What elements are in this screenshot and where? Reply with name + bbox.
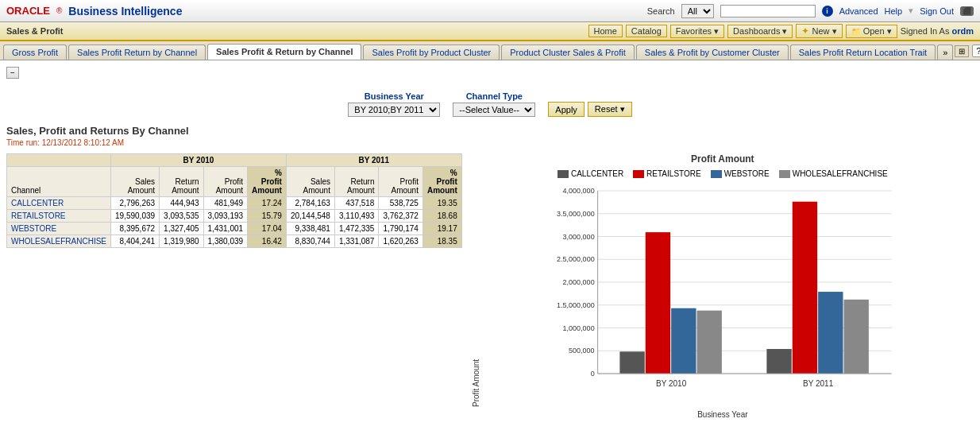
second-navigation-bar: Sales & Profit Home Catalog Favorites ▾ … [0, 22, 980, 41]
y2-profit-cell: 3,762,372 [379, 210, 423, 223]
svg-text:1.5,000,000: 1.5,000,000 [557, 301, 595, 309]
new-button[interactable]: ✦ New ▾ [796, 24, 842, 38]
catalog-button[interactable]: Catalog [626, 25, 667, 37]
signout-icon: ⬛ [960, 6, 974, 16]
bar-wholesalefranchise-by2010 [696, 311, 721, 374]
top-navigation-bar: ORACLE ® Business Intelligence Search Al… [0, 0, 980, 22]
tab-sales-profit-customer[interactable]: Sales & Profit by Customer Cluster [636, 45, 789, 60]
bar-retailstore-by2011 [792, 202, 816, 374]
y2-profit-cell: 1,620,263 [379, 235, 423, 248]
legend-color-retailstore [633, 170, 644, 178]
tab-product-cluster-sales[interactable]: Product Cluster Sales & Profit [501, 45, 635, 60]
data-table-container: BY 2010 BY 2011 Channel SalesAmount Retu… [6, 153, 462, 419]
help-icon[interactable]: ? [972, 45, 980, 57]
legend-item: RETAILSTORE [633, 169, 701, 178]
svg-text:0: 0 [590, 370, 594, 378]
reset-button[interactable]: Reset ▾ [588, 102, 632, 117]
apply-button[interactable]: Apply [548, 102, 585, 117]
y1-profit-header: ProfitAmount [203, 167, 248, 197]
top-right-controls: Search All i Advanced Help ▾ Sign Out ⬛ [647, 4, 974, 18]
channel-link[interactable]: CALLCENTER [11, 199, 64, 207]
chart-svg-container: 0500,0001,000,0001.5,000,0002,000,0002.5… [484, 183, 974, 407]
tab-bar: Gross Profit Sales Profit Return by Chan… [0, 41, 980, 60]
svg-text:2,000,000: 2,000,000 [562, 278, 594, 286]
page-options-icon[interactable]: ⊞ [955, 45, 969, 57]
filter-buttons: Apply Reset ▾ [548, 102, 631, 117]
channel-col-header: Channel [7, 167, 111, 197]
business-year-select[interactable]: BY 2010;BY 2011 [348, 103, 440, 117]
chart-area: Profit Amount CALLCENTERRETAILSTOREWEBST… [472, 153, 974, 419]
legend-label: WHOLESALEFRANCHISE [793, 169, 888, 178]
y1-pct-header: %ProfitAmount [248, 167, 287, 197]
x-axis-label: Business Year [472, 410, 974, 419]
y2-pct-cell: 18.35 [422, 235, 461, 248]
table-row: CALLCENTER 2,796,263 444,943 481,949 17.… [7, 197, 462, 210]
legend-color-callcenter [558, 170, 569, 178]
dashboard-name: Sales & Profit [6, 26, 64, 36]
home-button[interactable]: Home [588, 25, 623, 37]
signed-in-label: Signed In As ordm [901, 26, 974, 36]
y2-sales-cell: 9,338,481 [286, 223, 334, 235]
filter-area: Business Year BY 2010;BY 2011 Channel Ty… [6, 91, 974, 117]
legend-color-webstore [711, 170, 722, 178]
data-table: BY 2010 BY 2011 Channel SalesAmount Retu… [6, 153, 462, 248]
bar-retailstore-by2010 [645, 232, 669, 374]
svg-text:1,000,000: 1,000,000 [562, 324, 594, 332]
svg-text:3.5,000,000: 3.5,000,000 [557, 210, 595, 218]
svg-text:BY 2011: BY 2011 [803, 379, 834, 388]
signed-in-user: ordm [952, 26, 974, 36]
legend-item: WHOLESALEFRANCHISE [779, 169, 888, 178]
channel-link[interactable]: RETAILSTORE [11, 211, 66, 220]
y1-sales-header: SalesAmount [111, 167, 160, 197]
tab-more-button[interactable]: » [937, 45, 953, 60]
business-year-filter: Business Year BY 2010;BY 2011 [348, 91, 440, 117]
oracle-logo-decoration: ® [56, 6, 62, 15]
channel-type-select[interactable]: --Select Value-- [453, 103, 535, 117]
y2-profit-header: ProfitAmount [379, 167, 423, 197]
report-title: Sales, Profit and Returns By Channel [6, 125, 974, 137]
y1-profit-cell: 3,093,193 [203, 210, 248, 223]
y2-sales-cell: 8,830,744 [286, 235, 334, 248]
favorites-button[interactable]: Favorites ▾ [670, 25, 724, 38]
y2-profit-cell: 1,790,174 [379, 223, 423, 235]
y1-return-cell: 1,327,405 [160, 223, 204, 235]
y1-profit-cell: 1,380,039 [203, 235, 248, 248]
y2-return-cell: 1,331,087 [334, 235, 379, 248]
channel-type-label: Channel Type [453, 91, 535, 101]
tab-sales-profit-location[interactable]: Sales Profit Return Location Trait [790, 45, 936, 60]
advanced-link[interactable]: Advanced [839, 6, 878, 16]
bar-webstore-by2010 [671, 308, 696, 374]
collapse-button[interactable]: − [6, 67, 19, 79]
tab-sales-profit-return-channel2[interactable]: Sales Profit & Return by Channel [207, 44, 361, 60]
y1-pct-cell: 16.42 [248, 235, 287, 248]
tab-gross-profit[interactable]: Gross Profit [3, 45, 67, 60]
y2-return-header: ReturnAmount [334, 167, 379, 197]
help-link[interactable]: Help [885, 6, 903, 16]
tab-sales-profit-product[interactable]: Sales Profit by Product Cluster [363, 45, 500, 60]
search-info-icon[interactable]: i [822, 6, 833, 17]
search-label: Search [647, 6, 675, 16]
y1-sales-cell: 2,796,263 [111, 197, 160, 210]
dashboards-button[interactable]: Dashboards ▾ [727, 25, 793, 38]
legend-label: WEBSTORE [724, 169, 770, 178]
signout-link[interactable]: Sign Out [920, 6, 954, 16]
search-input[interactable] [720, 5, 816, 17]
bi-title: Business Intelligence [68, 5, 647, 17]
y2-return-cell: 3,110,493 [334, 210, 379, 223]
open-button[interactable]: 📁 Open ▾ [846, 25, 897, 38]
y2-sales-header: SalesAmount [286, 167, 334, 197]
search-scope-select[interactable]: All [681, 4, 714, 18]
table-row: WHOLESALEFRANCHISE 8,404,241 1,319,980 1… [7, 235, 462, 248]
table-row: RETAILSTORE 19,590,039 3,093,535 3,093,1… [7, 210, 462, 223]
tab-sales-profit-return-channel[interactable]: Sales Profit Return by Channel [68, 45, 206, 60]
year1-header: BY 2010 [111, 154, 287, 167]
table-row: WEBSTORE 8,395,672 1,327,405 1,431,001 1… [7, 223, 462, 235]
y1-return-cell: 444,943 [160, 197, 204, 210]
main-content: − Business Year BY 2010;BY 2011 Channel … [0, 60, 980, 425]
svg-text:4,000,000: 4,000,000 [562, 187, 594, 195]
chart-wrapper: Profit Amount 0500,0001,000,0001.5,000,0… [472, 183, 974, 407]
chart-title: Profit Amount [472, 153, 974, 165]
channel-link[interactable]: WEBSTORE [11, 224, 56, 233]
svg-text:2.5,000,000: 2.5,000,000 [557, 255, 595, 263]
channel-link[interactable]: WHOLESALEFRANCHISE [11, 237, 106, 246]
